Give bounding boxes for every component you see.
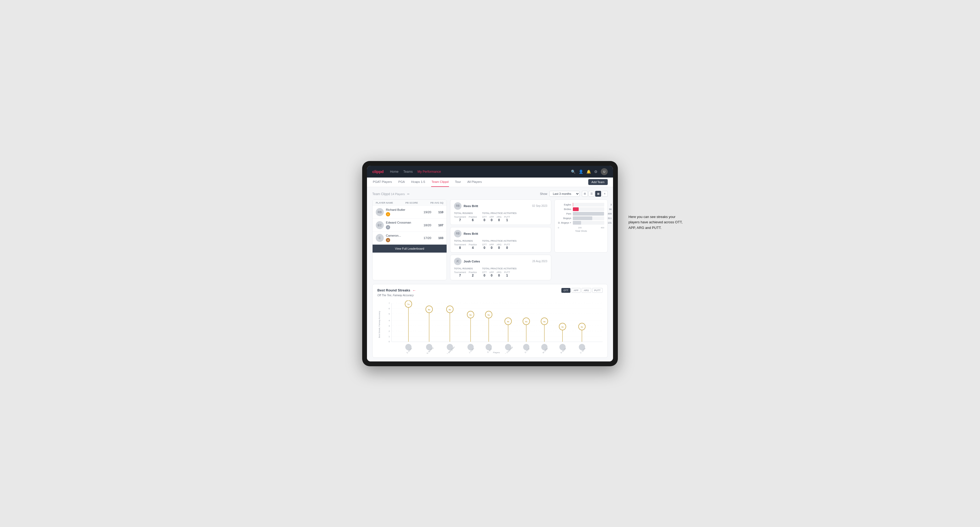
rounds-sub: Tournament 8 Practice 4 <box>454 243 477 250</box>
avatar: RB <box>454 230 461 237</box>
practice-val: 6 <box>469 218 477 222</box>
leaderboard-panel: PLAYER NAME PB SCORE PB AVG SQ RB Richar… <box>372 199 447 280</box>
rank-badge: 1 <box>386 212 390 216</box>
view-full-leaderboard-button[interactable]: View Full Leaderboard <box>372 244 447 252</box>
table-row[interactable]: C Cameron... 3 17/20 103 <box>372 232 447 245</box>
player-name: Rees Britt <box>464 232 478 235</box>
putt-val: 1 <box>504 274 510 277</box>
nav-home[interactable]: Home <box>390 170 398 173</box>
svg-text:2: 2 <box>388 330 390 332</box>
streaks-section: Best Round Streaks ← OTT APP ARG PUTT Of… <box>372 284 608 358</box>
detail-view-toggle[interactable]: ▦ <box>595 191 601 197</box>
subnav-pga[interactable]: PGA <box>398 177 405 187</box>
annotation-area: Here you can see streaks your players ha… <box>628 214 687 231</box>
pc-stats: Total Rounds Tournament 7 Practice <box>454 212 547 222</box>
subnav-tour[interactable]: Tour <box>454 177 461 187</box>
practice-activities-group: Total Practice Activities OTT 0 APP <box>482 212 517 222</box>
bar-track: 499 <box>573 212 604 216</box>
person-icon[interactable]: 👤 <box>579 170 583 174</box>
app-val: 0 <box>490 246 494 250</box>
tournament-val: 7 <box>454 218 466 222</box>
putt-filter-button[interactable]: PUTT <box>592 288 603 293</box>
practice-activities-group: Total Practice Activities OTT 0 APP <box>482 267 517 277</box>
tournament-val: 8 <box>454 246 466 250</box>
bar-label: Pars <box>558 213 571 215</box>
activities-sub: OTT 0 APP 0 ARG <box>482 271 517 277</box>
streaks-title-area: Best Round Streaks ← <box>377 288 416 292</box>
svg-text:5x: 5x <box>469 314 472 316</box>
streaks-title: Best Round Streaks <box>377 288 410 292</box>
bar-track: 311 <box>573 216 604 220</box>
practice-activities-label: Total Practice Activities <box>482 212 517 214</box>
practice-stat: Practice 6 <box>469 216 477 222</box>
svg-text:5: 5 <box>388 313 390 315</box>
player-name-col: Richard Butler 1 <box>386 208 420 217</box>
app-stat: APP 0 <box>490 271 494 277</box>
ott-val: 0 <box>482 246 487 250</box>
subnav: PGAT Players PGA Hcaps 1-5 Team Clippd T… <box>367 178 613 187</box>
streak-chart-svg: 7 6 5 4 3 2 1 0 Best Streak, Fairway Acc… <box>377 300 603 354</box>
svg-text:3x: 3x <box>562 325 564 328</box>
list-view-toggle[interactable]: ☰ <box>589 191 594 197</box>
arg-val: 0 <box>497 218 501 222</box>
player-name: Cameron... <box>386 234 420 237</box>
practice-stat: Practice 4 <box>469 243 477 250</box>
time-filter-select[interactable]: Last 3 monthsLast 6 monthsLast 12 months… <box>549 191 580 197</box>
user-avatar[interactable]: U <box>601 168 608 175</box>
chart-title: Total Shots <box>558 230 604 232</box>
team-title-area: Team Clippd 14 Players ✏ <box>372 191 410 196</box>
putt-stat: PUTT 1 <box>504 271 510 277</box>
app-val: 0 <box>490 274 494 277</box>
bar-value: 499 <box>608 213 612 215</box>
rounds-group: Total Rounds Tournament 7 Practice <box>454 267 477 277</box>
bar-row: Bogeys 311 <box>558 216 604 220</box>
practice-activities-label: Total Practice Activities <box>482 240 517 242</box>
edit-icon[interactable]: ✏ <box>407 192 410 195</box>
ott-val: 0 <box>482 274 487 277</box>
pc-date: 02 Sep 2023 <box>532 205 547 207</box>
ott-val: 0 <box>482 218 487 222</box>
bar-label: Eagles <box>558 203 571 206</box>
tournament-stat: Tournament 7 <box>454 216 466 222</box>
player-name: Richard Butler <box>386 208 420 211</box>
main-content: Team Clippd 14 Players ✏ Show Last 3 mon… <box>367 187 613 362</box>
practice-val: 2 <box>469 274 477 277</box>
content-grid: PLAYER NAME PB SCORE PB AVG SQ RB Richar… <box>372 199 608 280</box>
svg-text:6: 6 <box>388 307 390 310</box>
bell-icon[interactable]: 🔔 <box>586 170 591 174</box>
tablet-frame: clippd Home Teams My Performance 🔍 👤 🔔 ⚙… <box>362 161 618 366</box>
table-row[interactable]: EC Edward Crossman 2 18/20 107 <box>372 219 447 232</box>
app-stat: APP 0 <box>490 216 494 222</box>
putt-val: 0 <box>504 246 510 250</box>
player-name: Josh Coles <box>464 260 480 263</box>
subnav-pgat[interactable]: PGAT Players <box>372 177 393 187</box>
nav-teams[interactable]: Teams <box>403 170 412 173</box>
compact-view-toggle[interactable]: ≡ <box>602 191 608 197</box>
bar-fill <box>573 207 579 211</box>
lb-col-name: PLAYER NAME <box>376 202 393 204</box>
table-row[interactable]: RB Richard Butler 1 19/20 110 <box>372 206 447 219</box>
bar-label: Birdies <box>558 208 571 211</box>
practice-stat: Practice 2 <box>469 271 477 277</box>
arg-filter-button[interactable]: ARG <box>582 288 591 293</box>
nav-my-performance[interactable]: My Performance <box>418 170 441 173</box>
search-icon[interactable]: 🔍 <box>571 170 576 174</box>
bar-value: 311 <box>608 217 612 220</box>
app-val: 0 <box>490 218 494 222</box>
subnav-hcaps[interactable]: Hcaps 1-5 <box>410 177 426 187</box>
bar-value: 96 <box>609 208 612 211</box>
putt-val: 1 <box>504 218 510 222</box>
rounds-sub: Tournament 7 Practice 6 <box>454 216 477 222</box>
rank-badge: 3 <box>386 238 390 242</box>
add-team-button[interactable]: Add Team <box>588 179 608 185</box>
subnav-all-players[interactable]: All Players <box>467 177 482 187</box>
rounds-group: Total Rounds Tournament 8 Practice <box>454 240 477 250</box>
grid-view-toggle[interactable]: ⊞ <box>582 191 588 197</box>
settings-icon[interactable]: ⚙ <box>594 170 598 174</box>
putt-stat: PUTT 1 <box>504 216 510 222</box>
rounds-label: Total Rounds <box>454 240 477 242</box>
subnav-team-clippd[interactable]: Team Clippd <box>431 177 449 187</box>
nav-links: Home Teams My Performance <box>390 170 565 173</box>
app-filter-button[interactable]: APP <box>571 288 581 293</box>
ott-filter-button[interactable]: OTT <box>562 288 570 293</box>
